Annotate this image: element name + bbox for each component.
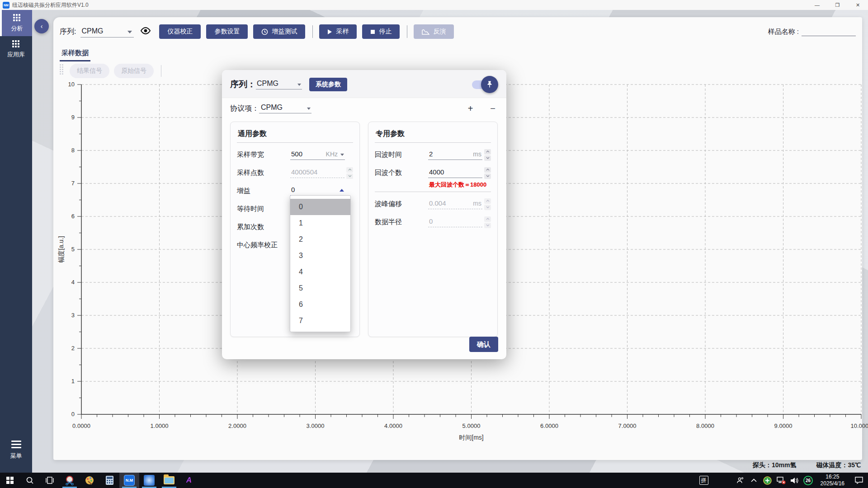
remove-protocol-button[interactable]: −	[490, 104, 495, 113]
spin-down-icon[interactable]	[484, 174, 491, 179]
add-protocol-button[interactable]: +	[468, 104, 473, 113]
svg-text:5: 5	[71, 246, 75, 253]
spin-up-icon[interactable]	[484, 149, 491, 155]
sequence-select[interactable]: CPMG	[80, 26, 134, 38]
gain-option-0[interactable]: 0	[290, 199, 350, 215]
tab-sampling-data[interactable]: 采样数据	[60, 46, 90, 61]
spinner-buttons	[484, 216, 491, 228]
date-label: 2025/4/16	[821, 480, 844, 487]
antivirus-icon[interactable]	[761, 473, 774, 488]
instrument-calibration-button[interactable]: 仪器校正	[159, 24, 201, 39]
gain-option-5[interactable]: 5	[290, 280, 350, 296]
maximize-button[interactable]: ❐	[827, 0, 848, 10]
eye-icon[interactable]	[140, 27, 151, 36]
svg-text:1: 1	[71, 378, 75, 385]
volume-icon[interactable]	[788, 473, 802, 488]
gain-select[interactable]: 0	[290, 186, 345, 196]
taskbar-blue-app-button[interactable]	[139, 473, 159, 488]
panel-title: 通用参数	[237, 127, 353, 142]
protocol-select[interactable]: CPMG	[259, 103, 311, 113]
app-logo-icon: NM	[3, 2, 9, 9]
calculator-button[interactable]	[99, 473, 119, 488]
svg-text:6: 6	[71, 213, 75, 220]
sidebar-menu-button[interactable]: 菜单	[0, 441, 32, 460]
general-params-panel: 通用参数 采样带宽 500 KHz 采样点数 4000504	[230, 122, 360, 337]
snipping-tool-button[interactable]	[60, 473, 80, 488]
network-icon[interactable]	[774, 473, 788, 488]
gain-option-7[interactable]: 7	[290, 313, 350, 329]
spin-down-icon[interactable]	[484, 155, 491, 161]
sidebar-item-analysis[interactable]: 分析	[0, 10, 32, 36]
param-label: 等待时间	[237, 205, 290, 213]
hamburger-icon	[11, 441, 21, 448]
svg-text:10: 10	[68, 81, 75, 88]
paint-button[interactable]	[80, 473, 99, 488]
a-app-icon: A	[186, 476, 192, 485]
button-label: 仪器校正	[167, 28, 193, 36]
sample-button[interactable]: 采样	[319, 24, 357, 39]
echo-time-input[interactable]: 2 ms	[428, 150, 482, 160]
stop-icon	[370, 29, 375, 34]
gain-option-3[interactable]: 3	[290, 248, 350, 264]
gain-option-6[interactable]: 6	[290, 296, 350, 313]
probe-status: 探头：10mm氢	[753, 461, 796, 469]
svg-text:幅度[a.u.]: 幅度[a.u.]	[57, 236, 65, 263]
protocol-label: 协议项：	[230, 104, 259, 113]
gain-dropdown-list[interactable]: 01234567	[290, 195, 351, 332]
sequence-value: CPMG	[81, 27, 103, 35]
echo-count-input[interactable]: 4000	[428, 168, 482, 178]
gain-option-2[interactable]: 2	[290, 231, 350, 248]
spin-up-icon[interactable]	[484, 167, 491, 173]
gain-option-1[interactable]: 1	[290, 215, 350, 231]
param-row-echo-time: 回波时间 2 ms	[375, 149, 491, 161]
svg-text:0.0000: 0.0000	[72, 422, 90, 429]
svg-text:0: 0	[71, 411, 75, 418]
parameter-settings-button[interactable]: 参数设置	[206, 24, 248, 39]
sidebar-item-applibrary[interactable]: 应用库	[0, 36, 32, 62]
gain-option-4[interactable]: 4	[290, 264, 350, 280]
svg-text:3.0000: 3.0000	[307, 422, 325, 429]
gain-test-button[interactable]: 增益测试	[253, 24, 305, 39]
dialog-sequence-select[interactable]: CPMG	[256, 80, 302, 89]
confirm-button[interactable]: 确认	[469, 337, 498, 352]
svg-text:5.0000: 5.0000	[462, 422, 481, 429]
start-button[interactable]	[0, 473, 20, 488]
sample-name-input[interactable]	[802, 27, 856, 36]
chevron-down-icon	[297, 84, 301, 86]
screen: NM 纽迈核磁共振分析应用软件V1.0 — ❐ ✕ 分析 应用库 菜单 ‹ 序列…	[0, 0, 868, 488]
ime-indicator[interactable]: 拼	[699, 476, 708, 485]
pin-toggle[interactable]	[470, 76, 498, 93]
status-bar: 探头：10mm氢 磁体温度：35℃	[753, 461, 861, 469]
taskbar-a-app-button[interactable]: A	[179, 473, 199, 488]
notification-center-button[interactable]	[850, 473, 868, 488]
param-label: 数据半径	[375, 218, 428, 226]
sample-points-input: 4000504	[290, 168, 344, 178]
taskbar-search-button[interactable]	[20, 473, 40, 488]
chevron-down-icon	[340, 154, 344, 156]
toolbar-separator	[407, 25, 407, 38]
protocol-value: CPMG	[261, 103, 283, 112]
task-view-button[interactable]	[40, 473, 60, 488]
bandwidth-input[interactable]: 500 KHz	[290, 150, 345, 160]
taskbar-nm-app-button[interactable]: N.M	[119, 473, 139, 488]
tray-expand-icon[interactable]	[747, 473, 761, 488]
stop-button[interactable]: 停止	[362, 24, 400, 39]
minimize-button[interactable]: —	[807, 0, 827, 10]
protocol-row: 协议项： CPMG + −	[222, 98, 506, 118]
sidebar-collapse-button[interactable]: ‹	[34, 19, 49, 33]
spin-down-icon[interactable]	[346, 174, 353, 179]
param-value: 0	[429, 217, 433, 225]
taskbar-clock[interactable]: 16:25 2025/4/16	[815, 474, 850, 487]
close-button[interactable]: ✕	[848, 0, 868, 10]
nm-app-icon: N.M	[124, 475, 135, 486]
system-params-button[interactable]: 系统参数	[309, 78, 347, 91]
unit-select[interactable]: KHz	[326, 150, 338, 158]
param-label: 回波时间	[375, 150, 428, 159]
sample-name-label: 样品名称 :	[768, 28, 799, 36]
param-label: 增益	[237, 187, 290, 195]
button-label: 采样	[336, 28, 349, 36]
battery-indicator[interactable]: 26	[802, 473, 815, 488]
file-explorer-button[interactable]	[159, 473, 179, 488]
people-icon[interactable]	[734, 473, 747, 488]
spin-up-icon[interactable]	[346, 167, 353, 173]
